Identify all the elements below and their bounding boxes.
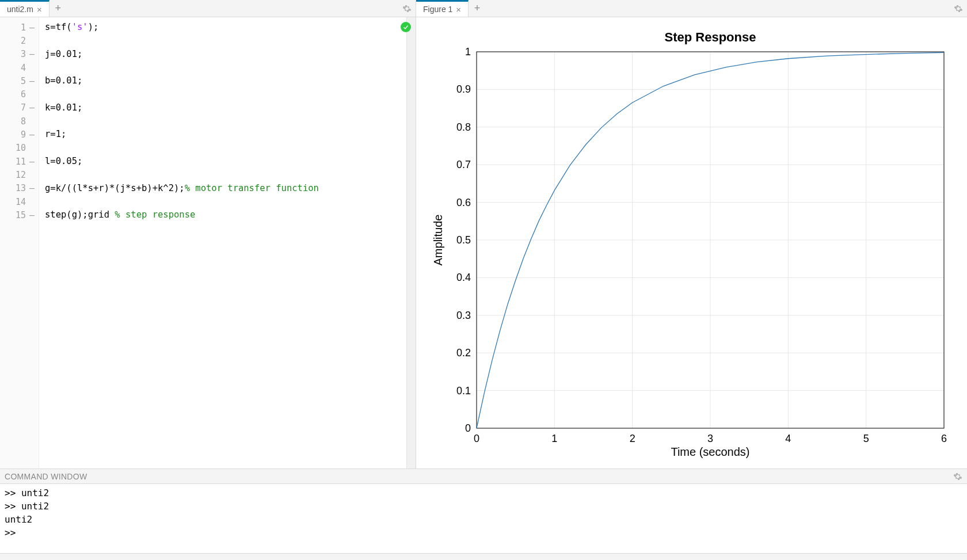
code-line[interactable]: g=k/((l*s+r)*(j*s+b)+k^2);% motor transf… — [45, 182, 406, 195]
y-tick-label: 0.7 — [456, 159, 471, 170]
gutter-line: 5– — [0, 74, 39, 87]
gutter-line: 8 — [0, 115, 39, 128]
command-line: >> — [5, 526, 962, 539]
code-line[interactable] — [45, 61, 406, 74]
code-ok-icon — [401, 22, 411, 32]
editor-tab-label: unti2.m — [7, 5, 33, 14]
editor-pane: unti2.m × + 1–23–45–67–89–1011–1213–1415… — [0, 0, 416, 468]
gutter-line: 15– — [0, 208, 39, 222]
gutter-line: 10 — [0, 142, 39, 155]
command-window: COMMAND WINDOW >> unti2>> unti2unti2>> — [0, 468, 967, 553]
y-tick-label: 0.5 — [456, 234, 471, 246]
code-line[interactable]: s=tf('s'); — [45, 21, 406, 34]
y-tick-label: 1 — [465, 46, 471, 58]
y-tick-label: 0.2 — [456, 347, 471, 359]
y-tick-label: 0.4 — [456, 272, 471, 283]
y-tick-label: 0.3 — [456, 310, 471, 321]
gutter-line: 3– — [0, 48, 39, 61]
chart-title: Step Response — [665, 30, 756, 44]
figure-tab-1[interactable]: Figure 1 × — [416, 0, 469, 17]
gear-icon — [953, 472, 962, 481]
x-tick-label: 1 — [551, 433, 557, 444]
step-response-chart: Step Response012345600.10.20.30.40.50.60… — [416, 17, 967, 468]
y-tick-label: 0.1 — [456, 385, 471, 397]
y-tick-label: 0.9 — [456, 83, 471, 95]
gutter-line: 1– — [0, 21, 39, 34]
editor-body: 1–23–45–67–89–1011–1213–1415– s=tf('s');… — [0, 17, 416, 468]
command-line: unti2 — [5, 513, 962, 526]
gutter-line: 12 — [0, 168, 39, 181]
status-bar — [0, 553, 967, 560]
figure-options-button[interactable] — [950, 0, 967, 17]
close-icon[interactable]: × — [456, 5, 461, 14]
x-tick-label: 4 — [785, 433, 791, 444]
gutter-line: 4 — [0, 61, 39, 74]
editor-code[interactable]: s=tf('s');j=0.01;b=0.01;k=0.01;r=1;l=0.0… — [39, 17, 406, 468]
x-tick-label: 2 — [630, 433, 635, 444]
code-line[interactable]: r=1; — [45, 128, 406, 141]
gear-icon — [954, 4, 963, 13]
gutter-line: 2 — [0, 34, 39, 47]
command-line: >> unti2 — [5, 500, 962, 513]
code-line[interactable] — [45, 142, 406, 155]
editor-gutter: 1–23–45–67–89–1011–1213–1415– — [0, 17, 39, 468]
figure-tab-label: Figure 1 — [423, 5, 452, 14]
code-line[interactable]: step(g);grid % step response — [45, 208, 406, 222]
command-window-body[interactable]: >> unti2>> unti2unti2>> — [0, 484, 967, 553]
figure-pane: Figure 1 × + Step Response012345600.10.2… — [416, 0, 967, 468]
gutter-line: 14 — [0, 195, 39, 208]
command-line: >> unti2 — [5, 486, 962, 500]
code-line[interactable] — [45, 115, 406, 128]
gutter-line: 11– — [0, 155, 39, 168]
editor-scrollbar[interactable] — [406, 17, 416, 468]
command-window-options-button[interactable] — [953, 472, 962, 481]
code-line[interactable] — [45, 168, 406, 181]
editor-options-button[interactable] — [398, 0, 416, 17]
x-axis-label: Time (seconds) — [671, 445, 749, 458]
command-window-title: COMMAND WINDOW — [5, 472, 87, 481]
code-line[interactable] — [45, 87, 406, 101]
y-tick-label: 0 — [465, 422, 471, 434]
gutter-line: 6 — [0, 87, 39, 101]
code-line[interactable]: j=0.01; — [45, 48, 406, 61]
figure-body: Step Response012345600.10.20.30.40.50.60… — [416, 17, 967, 468]
editor-tabbar: unti2.m × + — [0, 0, 416, 17]
x-tick-label: 5 — [863, 433, 869, 444]
figure-add-tab-button[interactable]: + — [469, 0, 486, 17]
code-line[interactable] — [45, 195, 406, 208]
x-tick-label: 6 — [941, 433, 947, 444]
code-line[interactable]: b=0.01; — [45, 74, 406, 87]
command-window-header: COMMAND WINDOW — [0, 469, 967, 484]
editor-tab-unti2[interactable]: unti2.m × — [0, 0, 50, 17]
y-tick-label: 0.6 — [456, 197, 471, 208]
y-axis-label: Amplitude — [432, 215, 444, 266]
figure-tabbar: Figure 1 × + — [416, 0, 967, 17]
code-line[interactable]: l=0.05; — [45, 155, 406, 168]
gear-icon — [402, 4, 412, 13]
x-tick-label: 3 — [707, 433, 713, 444]
code-line[interactable] — [45, 34, 406, 47]
close-icon[interactable]: × — [37, 5, 42, 14]
gutter-line: 9– — [0, 128, 39, 141]
editor-add-tab-button[interactable]: + — [50, 0, 67, 17]
gutter-line: 7– — [0, 101, 39, 115]
y-tick-label: 0.8 — [456, 121, 471, 133]
gutter-line: 13– — [0, 182, 39, 195]
code-line[interactable]: k=0.01; — [45, 101, 406, 115]
x-tick-label: 0 — [474, 433, 479, 444]
